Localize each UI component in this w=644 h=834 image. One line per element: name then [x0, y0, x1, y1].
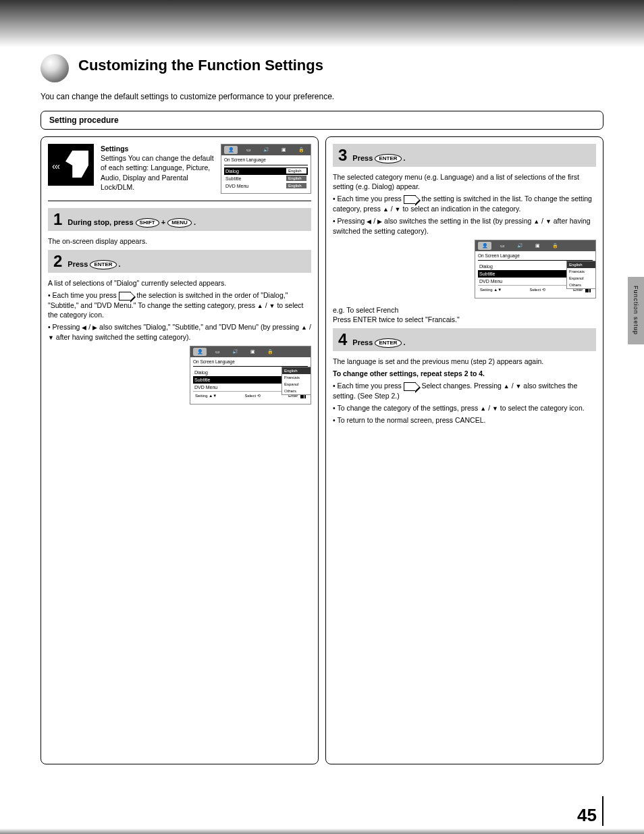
- step-3-example: e.g. To select French Press ENTER twice …: [333, 305, 596, 324]
- step-2-text: Press ENTER .: [68, 259, 120, 269]
- step-2: 2 Press ENTER .: [48, 250, 311, 273]
- step-4-desc2: To change other settings, repeat steps 2…: [333, 369, 596, 378]
- osd-options-list: English Francais Espanol Others: [566, 261, 596, 289]
- step-4-bullet-b: • To change the category of the settings…: [333, 403, 596, 413]
- right-arrow-icon[interactable]: ▶: [377, 218, 382, 225]
- down-arrow-icon[interactable]: ▼: [492, 405, 498, 412]
- menu-button[interactable]: MENU: [167, 218, 192, 228]
- left-column: ‹‹‹ Settings Settings You can change the…: [41, 136, 319, 764]
- step-3-number: 3: [338, 147, 347, 163]
- step-2-desc: A list of selections of "Dialog" current…: [48, 278, 311, 288]
- osd-row-dialog: Dialog English: [224, 167, 308, 175]
- lead-text: You can change the default settings to c…: [0, 82, 644, 107]
- step-3-bullet-a: • Each time you press , the setting is s…: [333, 194, 596, 213]
- step-1-desc: The on-screen display appears.: [48, 236, 311, 246]
- tab-language-icon: 👤: [193, 348, 207, 356]
- select-button-icon[interactable]: [119, 292, 131, 301]
- tab-audio-icon: 🔊: [228, 348, 242, 356]
- up-arrow-icon[interactable]: ▲: [504, 383, 510, 390]
- right-arrow-icon[interactable]: ▶: [92, 324, 97, 331]
- left-arrow-icon[interactable]: ◀: [82, 324, 86, 331]
- right-column: 3 Press ENTER . The selected category me…: [325, 136, 603, 764]
- osd-options-list: English Francais Espanol Others: [281, 367, 311, 395]
- osd-row-dvdmenu: DVD Menu English: [224, 182, 308, 190]
- tab-language-icon: 👤: [478, 242, 491, 250]
- up-arrow-icon[interactable]: ▲: [301, 324, 307, 331]
- step-1-text: During stop, press SHIFT + MENU .: [68, 217, 196, 228]
- tab-picture-icon: ▭: [211, 348, 224, 356]
- down-arrow-icon[interactable]: ▼: [48, 334, 54, 341]
- osd-row-subtitle: Subtitle English: [224, 175, 308, 182]
- enter-button[interactable]: ENTER: [90, 260, 116, 269]
- tab-language-icon: 👤: [224, 146, 238, 154]
- step-2-bullet-b: • Pressing ◀ / ▶ also switches "Dialog,"…: [48, 322, 311, 341]
- step-3: 3 Press ENTER .: [333, 144, 596, 167]
- step-4-desc1: The language is set and the previous men…: [333, 357, 596, 366]
- osd-preview-1: 👤 ▭ 🔊 ▣ 🔒 On Screen Language Dialog Engl…: [221, 144, 311, 194]
- step-4-text: Press ENTER .: [352, 338, 405, 348]
- tab-display-icon: ▣: [531, 242, 544, 250]
- step-4-bullet-c: • To return to the normal screen, press …: [333, 415, 596, 425]
- select-button-icon[interactable]: [404, 195, 416, 204]
- speaking-head-icon: ‹‹‹: [48, 144, 94, 186]
- tab-picture-icon: ▭: [495, 242, 509, 250]
- section-heading: Setting procedure: [41, 111, 603, 130]
- osd-section-label: On Screen Language: [224, 157, 308, 164]
- tab-display-icon: ▣: [277, 146, 290, 154]
- tab-lock-icon: 🔒: [548, 242, 562, 250]
- step-4-number: 4: [338, 332, 347, 348]
- side-tab: Function setup: [628, 277, 644, 344]
- step-3-text: Press ENTER .: [352, 153, 405, 163]
- header-gradient: [0, 0, 644, 47]
- tab-display-icon: ▣: [246, 348, 259, 356]
- sphere-icon: [41, 54, 69, 82]
- shift-button[interactable]: SHIFT: [136, 218, 159, 228]
- footer: 45: [41, 796, 603, 826]
- page-number: 45: [577, 805, 597, 826]
- osd-preview-2: 👤 ▭ 🔊 ▣ 🔒 On Screen Language Dialog Subt…: [190, 346, 311, 405]
- settings-desc: Settings You can change the default of e…: [101, 154, 214, 191]
- settings-label: Settings: [101, 145, 128, 153]
- step-2-number: 2: [53, 253, 62, 269]
- settings-intro-text: Settings Settings You can change the def…: [101, 144, 214, 194]
- tab-lock-icon: 🔒: [263, 348, 277, 356]
- down-arrow-icon[interactable]: ▼: [269, 303, 275, 309]
- up-arrow-icon[interactable]: ▲: [533, 218, 539, 225]
- footer-gradient: [0, 829, 644, 834]
- down-arrow-icon[interactable]: ▼: [516, 383, 522, 390]
- down-arrow-icon[interactable]: ▼: [395, 206, 401, 213]
- down-arrow-icon[interactable]: ▼: [545, 218, 552, 225]
- enter-button[interactable]: ENTER: [375, 338, 401, 348]
- title-row: Customizing the Function Settings: [0, 47, 644, 82]
- step-3-desc: The selected category menu (e.g. Languag…: [333, 172, 596, 191]
- page-divider: [602, 796, 603, 826]
- step-1: 1 During stop, press SHIFT + MENU .: [48, 208, 311, 231]
- step-4: 4 Press ENTER .: [333, 328, 596, 351]
- step-1-number: 1: [53, 211, 62, 228]
- step-3-bullet-b: • Pressing ◀ / ▶ also switches the setti…: [333, 216, 596, 235]
- step-4-bullet-a: • Each time you press , Select changes. …: [333, 381, 596, 400]
- tab-audio-icon: 🔊: [259, 146, 273, 154]
- osd-tabs: 👤 ▭ 🔊 ▣ 🔒: [221, 145, 311, 155]
- step-2-bullet-a: • Each time you press , the selection is…: [48, 290, 311, 319]
- up-arrow-icon[interactable]: ▲: [257, 303, 263, 309]
- tab-picture-icon: ▭: [242, 146, 255, 154]
- enter-button[interactable]: ENTER: [375, 154, 401, 163]
- tab-lock-icon: 🔒: [294, 146, 308, 154]
- settings-intro: ‹‹‹ Settings Settings You can change the…: [48, 144, 311, 201]
- left-arrow-icon[interactable]: ◀: [367, 218, 371, 225]
- select-button-icon[interactable]: [404, 382, 416, 391]
- up-arrow-icon[interactable]: ▲: [383, 206, 389, 213]
- tab-audio-icon: 🔊: [513, 242, 527, 250]
- osd-preview-3: 👤 ▭ 🔊 ▣ 🔒 On Screen Language Dialog Subt…: [475, 240, 596, 298]
- page-title: Customizing the Function Settings: [78, 54, 323, 74]
- up-arrow-icon[interactable]: ▲: [480, 405, 486, 412]
